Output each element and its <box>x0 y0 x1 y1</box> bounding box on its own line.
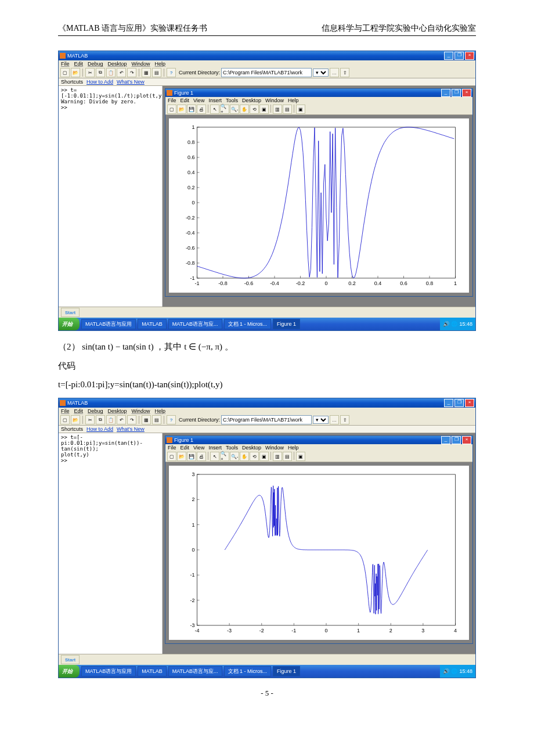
close-button[interactable]: × <box>462 436 471 444</box>
figmenu-view[interactable]: View <box>193 445 204 451</box>
pan-icon[interactable]: ✋ <box>240 452 249 461</box>
menu-desktop[interactable]: Desktop <box>108 61 127 67</box>
legend-icon[interactable]: ▤ <box>283 452 292 461</box>
cut-icon[interactable]: ✂ <box>85 68 95 77</box>
up-folder-icon[interactable]: ⇧ <box>340 415 349 424</box>
save-icon[interactable]: 💾 <box>187 105 196 114</box>
undo-icon[interactable]: ↶ <box>117 415 126 424</box>
menu-help[interactable]: Help <box>155 408 166 414</box>
figmenu-edit[interactable]: Edit <box>181 98 190 103</box>
figmenu-window[interactable]: Window <box>265 445 284 451</box>
figmenu-insert[interactable]: Insert <box>208 445 222 451</box>
menu-file[interactable]: File <box>61 61 70 67</box>
taskbar-item[interactable]: MATLAB <box>138 666 166 676</box>
shortcut-howto[interactable]: How to Add <box>86 426 113 432</box>
maximize-button[interactable]: ❐ <box>454 399 464 407</box>
undo-icon[interactable]: ↶ <box>117 68 126 77</box>
maximize-button[interactable]: ❐ <box>452 436 461 444</box>
open-icon[interactable]: 📂 <box>177 105 186 114</box>
command-window[interactable]: >> t=[-1:0.01:1];y=sin(1./t);plot(t,y) W… <box>59 86 163 307</box>
copy-icon[interactable]: ⧉ <box>96 68 105 77</box>
pointer-icon[interactable]: ↖ <box>210 452 219 461</box>
cd-dropdown[interactable]: ▾ <box>313 416 329 424</box>
menu-edit[interactable]: Edit <box>74 61 84 67</box>
paste-icon[interactable]: 📋 <box>106 68 116 77</box>
figmenu-desktop[interactable]: Desktop <box>242 445 261 451</box>
print-icon[interactable]: 🖨 <box>197 452 206 461</box>
help-icon[interactable]: ? <box>167 68 176 77</box>
cd-dropdown[interactable]: ▾ <box>313 69 329 77</box>
redo-icon[interactable]: ↷ <box>127 415 136 424</box>
figmenu-tools[interactable]: Tools <box>226 98 238 103</box>
up-folder-icon[interactable]: ⇧ <box>340 68 349 77</box>
maximize-button[interactable]: ❐ <box>454 52 464 60</box>
simulink-icon[interactable]: ▦ <box>142 68 151 77</box>
copy-icon[interactable]: ⧉ <box>96 415 105 424</box>
browse-icon[interactable]: … <box>330 415 339 424</box>
legend-icon[interactable]: ▤ <box>283 105 292 114</box>
menu-debug[interactable]: Debug <box>88 61 103 67</box>
matlab-titlebar[interactable]: MATLAB _❐× <box>59 398 475 408</box>
print-icon[interactable]: 🖨 <box>197 105 206 114</box>
taskbar-item[interactable]: MATLAB语言与应用 <box>81 666 136 676</box>
figmenu-file[interactable]: File <box>168 98 176 103</box>
start-button[interactable]: Start <box>61 655 80 664</box>
save-icon[interactable]: 💾 <box>187 452 196 461</box>
taskbar-item[interactable]: MATLAB语言与应用 <box>81 319 136 329</box>
pan-icon[interactable]: ✋ <box>240 105 249 114</box>
figure-titlebar[interactable]: Figure 1_❐× <box>165 436 472 444</box>
colorbar-icon[interactable]: ▥ <box>273 452 282 461</box>
taskbar-item[interactable]: MATLAB <box>138 319 166 329</box>
cd-input[interactable] <box>221 68 312 77</box>
figmenu-view[interactable]: View <box>193 98 204 103</box>
figmenu-help[interactable]: Help <box>288 98 299 103</box>
shortcut-whatsnew[interactable]: What's New <box>117 79 145 85</box>
rotate-icon[interactable]: ⟲ <box>250 452 259 461</box>
menu-file[interactable]: File <box>61 408 70 414</box>
tray-icon[interactable]: 🌐 <box>451 321 457 327</box>
figmenu-insert[interactable]: Insert <box>208 98 222 103</box>
minimize-button[interactable]: _ <box>444 52 453 60</box>
browse-icon[interactable]: … <box>330 68 339 77</box>
figmenu-tools[interactable]: Tools <box>226 445 238 451</box>
taskbar-item-active[interactable]: Figure 1 <box>273 319 300 329</box>
rotate-icon[interactable]: ⟲ <box>250 105 259 114</box>
menu-debug[interactable]: Debug <box>88 408 103 414</box>
figmenu-help[interactable]: Help <box>288 445 299 451</box>
figure-titlebar[interactable]: Figure 1 _❐× <box>165 89 472 97</box>
datacursor-icon[interactable]: ▣ <box>259 452 269 461</box>
matlab-titlebar[interactable]: MATLAB _ ❐ × <box>59 51 475 60</box>
minimize-button[interactable]: _ <box>444 399 453 407</box>
redo-icon[interactable]: ↷ <box>127 68 136 77</box>
cut-icon[interactable]: ✂ <box>85 415 95 424</box>
system-tray[interactable]: 🔊🌐15:48 <box>440 318 475 330</box>
new-fig-icon[interactable]: ▢ <box>167 105 176 114</box>
zoom-out-icon[interactable]: 🔍- <box>230 452 239 461</box>
colorbar-icon[interactable]: ▥ <box>273 105 282 114</box>
figmenu-edit[interactable]: Edit <box>181 445 190 451</box>
shortcut-whatsnew[interactable]: What's New <box>117 426 145 432</box>
guide-icon[interactable]: ▤ <box>152 68 161 77</box>
help-icon[interactable]: ? <box>167 415 176 424</box>
start-menu-button[interactable]: 开始 <box>59 665 80 678</box>
taskbar-item[interactable]: 文档 1 - Micros... <box>224 319 272 329</box>
taskbar-item[interactable]: MATLAB语言与应... <box>168 666 222 676</box>
tray-icon[interactable]: 🔊 <box>443 668 449 674</box>
command-window[interactable]: >> t=[-pi:0.01:pi];y=sin(tan(t))-tan(sin… <box>59 433 163 654</box>
new-fig-icon[interactable]: ▢ <box>167 452 176 461</box>
zoom-in-icon[interactable]: 🔍+ <box>220 105 229 114</box>
open-icon[interactable]: 📂 <box>71 68 80 77</box>
open-icon[interactable]: 📂 <box>177 452 186 461</box>
figmenu-file[interactable]: File <box>168 445 176 451</box>
tray-icon[interactable]: 🌐 <box>451 668 457 674</box>
pointer-icon[interactable]: ↖ <box>210 105 219 114</box>
start-button[interactable]: Start <box>61 308 80 317</box>
figmenu-desktop[interactable]: Desktop <box>242 98 261 103</box>
tray-icon[interactable]: 🔊 <box>443 321 449 327</box>
dock-icon[interactable]: ▣ <box>296 105 305 114</box>
menu-window[interactable]: Window <box>132 408 150 414</box>
figmenu-window[interactable]: Window <box>265 98 284 103</box>
menu-window[interactable]: Window <box>132 61 150 67</box>
new-icon[interactable]: ▢ <box>60 68 70 77</box>
taskbar-item[interactable]: MATLAB语言与应... <box>168 319 222 329</box>
